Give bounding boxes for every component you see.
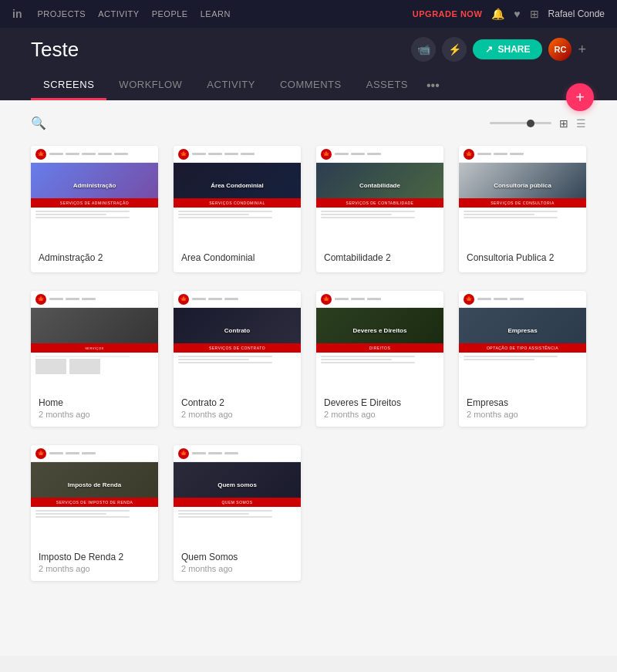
screen-card-empresas[interactable]: Empresas OPTAÇÃO DE TIPO ASSISTÊNCIA [459,291,586,427]
thumb-lines [35,510,153,518]
thumb-nav-item [367,153,381,155]
thumb-line [35,516,130,518]
screen-info: Comtabilidade 2 [316,246,443,272]
add-collaborator-button[interactable]: + [578,42,586,58]
tab-comments[interactable]: COMMENTS [268,71,354,100]
screen-card-quem-somos[interactable]: Quem somos QUEM SOMOS [174,445,301,581]
grid-view-button[interactable]: ⊞ [559,117,568,130]
screen-thumbnail: Contrato SERVIÇOS DE CONTRATO [174,291,301,391]
screen-name: Quem Somos [181,552,293,562]
thumb-lines [178,211,296,218]
lightning-button[interactable]: ⚡ [442,37,467,62]
search-button[interactable]: 🔍 [31,116,46,130]
thumb-mockup: Contabilidade SERVIÇOS DE CONTABILIDADE [316,146,443,246]
thumb-ribbon: OPTAÇÃO DE TIPO ASSISTÊNCIA [459,343,586,353]
thumb-logo [178,149,189,160]
nav-people[interactable]: PEOPLE [152,9,188,19]
tab-assets[interactable]: ASSETS [354,71,420,100]
screen-name: Empresas [467,397,578,408]
floating-add-button[interactable]: + [566,83,594,111]
thumb-hero: Imposto de Renda SERVIÇOS DE IMPOSTO DE … [31,462,158,507]
thumb-title: Contrato [224,327,250,334]
thumb-line [178,217,272,218]
screen-date: 2 months ago [324,410,436,419]
grid-icon[interactable]: ⊞ [530,8,539,20]
screen-thumbnail: Contabilidade SERVIÇOS DE CONTABILIDADE [316,146,443,246]
bell-icon[interactable]: 🔔 [491,8,504,20]
size-slider[interactable] [490,122,551,124]
thumb-ribbon: QUEM SOMOS [174,498,301,507]
thumb-line [464,217,558,218]
nav-learn[interactable]: LEARN [201,9,231,19]
upgrade-button[interactable]: UPGRADE NOW [413,9,482,19]
screen-card-condominial[interactable]: Área Condominial SERVIÇOS CONDOMINIAL [174,146,301,272]
thumb-nav-item [49,452,63,454]
screen-name: Area Condominial [181,252,293,263]
top-nav-right: UPGRADE NOW 🔔 ♥ ⊞ Rafael Conde [413,8,605,20]
thumb-nav [49,298,96,300]
tab-activity[interactable]: ACTIVITY [194,71,268,100]
thumb-nav [49,153,128,155]
share-button[interactable]: ↗ SHARE [473,39,542,59]
slider-track [490,122,551,124]
thumb-title: Contabilidade [359,182,400,189]
thumb-content [31,507,158,545]
thumb-lines [178,356,296,363]
screen-name: Comtabilidade 2 [324,252,436,263]
tab-more[interactable]: ••• [420,71,446,100]
user-name[interactable]: Rafael Conde [548,8,605,19]
screen-date: 2 months ago [39,564,150,573]
screen-card-home[interactable]: SERVIÇOS [31,291,158,427]
thumb-line [178,359,249,360]
content-toolbar: 🔍 ⊞ ☰ [31,116,586,130]
screen-thumbnail: Quem somos QUEM SOMOS [174,445,301,545]
thumb-header [31,445,158,462]
thumb-nav-item [510,298,524,300]
screens-row-3: Imposto de Renda SERVIÇOS DE IMPOSTO DE … [31,445,586,581]
nav-projects[interactable]: PROJECTS [37,9,86,19]
thumb-content [174,208,301,246]
tab-screens[interactable]: SCREENS [31,71,106,100]
list-view-button[interactable]: ☰ [576,117,586,130]
thumb-nav-item [82,452,96,454]
screen-card-deveres[interactable]: Deveres e Direitos DIREITOS [316,291,443,427]
thumb-content [459,208,586,246]
project-actions: 📹 ⚡ ↗ SHARE RC + [411,37,586,62]
video-button[interactable]: 📹 [411,37,436,62]
thumb-lines [178,510,296,518]
thumb-nav-item [351,153,365,155]
screen-card-imposto[interactable]: Imposto de Renda SERVIÇOS DE IMPOSTO DE … [31,445,158,581]
tab-workflow[interactable]: WORKFLOW [106,71,194,100]
nav-activity[interactable]: ACTIVITY [98,9,140,19]
screen-card-contrato[interactable]: Contrato SERVIÇOS DE CONTRATO [174,291,301,427]
thumb-nav-item [351,298,365,300]
thumb-hero: Quem somos QUEM SOMOS [174,462,301,507]
thumb-lines [35,211,153,218]
thumb-line [464,211,558,212]
thumb-lines [321,356,439,363]
thumb-ribbon-text: SERVIÇOS DE CONSULTORIA [491,201,555,205]
thumb-ribbon-text: SERVIÇOS DE ADMINISTRAÇÃO [60,201,129,205]
thumb-title: Deveres e Direitos [353,327,407,334]
share-label: SHARE [497,44,530,55]
screen-thumbnail: Deveres e Direitos DIREITOS [316,291,443,391]
thumb-nav-item [82,153,96,155]
screen-card-contabilidade[interactable]: Contabilidade SERVIÇOS DE CONTABILIDADE [316,146,443,272]
thumb-nav-item [192,298,206,300]
screen-card-adminstacao[interactable]: Administração SERVIÇOS DE ADMINISTRAÇÃO [31,146,158,272]
thumb-logo [464,294,474,305]
screen-name: Imposto De Renda 2 [39,552,150,562]
screen-info: Empresas 2 months ago [459,391,586,427]
thumb-mockup: Administração SERVIÇOS DE ADMINISTRAÇÃO [31,146,158,246]
invision-logo[interactable]: in [12,8,22,20]
thumb-line [464,356,558,357]
screen-info: Contrato 2 2 months ago [174,391,301,427]
main-content: 🔍 ⊞ ☰ [0,100,617,656]
thumb-line [321,359,392,360]
screen-date: 2 months ago [181,410,293,419]
heart-icon[interactable]: ♥ [514,8,520,20]
screen-card-consultoria[interactable]: Consultoria pública SERVIÇOS DE CONSULTO… [459,146,586,272]
thumb-nav-item [66,153,79,155]
thumb-title: Consultoria pública [494,182,551,189]
thumb-header [174,291,301,308]
